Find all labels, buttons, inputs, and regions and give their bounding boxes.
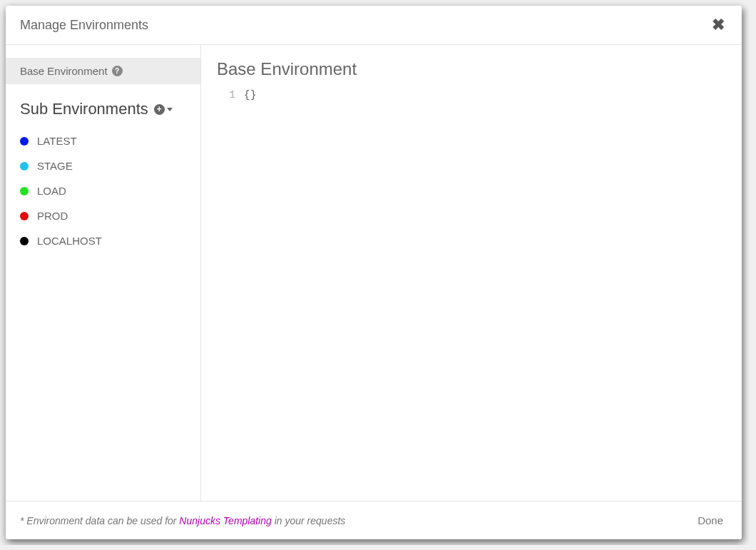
environment-label: LOAD	[37, 185, 66, 197]
manage-environments-modal: Manage Environments ✖ Base Environment ?…	[6, 6, 742, 539]
sub-environment-item[interactable]: LOAD	[6, 178, 200, 203]
plus-icon: +	[154, 104, 165, 115]
close-icon: ✖	[712, 16, 725, 34]
environment-color-dot	[20, 237, 29, 245]
environment-label: STAGE	[37, 160, 73, 172]
editor-content[interactable]: {}	[244, 89, 257, 101]
sub-environments-header: Sub Environments +	[6, 84, 200, 126]
close-button[interactable]: ✖	[709, 16, 727, 34]
main-panel: Base Environment 1 {}	[201, 45, 742, 501]
chevron-down-icon	[167, 108, 173, 111]
help-icon[interactable]: ?	[112, 66, 123, 76]
environment-color-dot	[20, 162, 29, 170]
templating-link[interactable]: Nunjucks Templating	[179, 515, 271, 526]
base-environment-label: Base Environment	[20, 65, 108, 77]
footer-note-prefix: * Environment data can be used for	[20, 515, 179, 526]
modal-header: Manage Environments ✖	[6, 6, 742, 45]
modal-footer: * Environment data can be used for Nunju…	[6, 501, 742, 539]
footer-note: * Environment data can be used for Nunju…	[20, 515, 345, 526]
sub-environment-item[interactable]: PROD	[6, 203, 200, 228]
sub-environments-list: LATEST STAGE LOAD PROD LOCALHOST	[6, 126, 200, 253]
sub-environment-item[interactable]: LATEST	[6, 128, 200, 153]
environment-label: LATEST	[37, 135, 77, 147]
environment-color-dot	[20, 137, 29, 146]
footer-note-suffix: in your requests	[272, 515, 346, 526]
environments-sidebar: Base Environment ? Sub Environments + LA…	[6, 45, 201, 501]
sub-environment-item[interactable]: LOCALHOST	[6, 228, 200, 253]
base-environment-item[interactable]: Base Environment ?	[6, 58, 200, 84]
sub-environments-title: Sub Environments	[20, 100, 148, 118]
environment-title: Base Environment	[217, 59, 726, 79]
modal-title: Manage Environments	[20, 18, 148, 33]
add-sub-environment-button[interactable]: +	[154, 104, 173, 115]
environment-label: PROD	[37, 210, 68, 222]
modal-body: Base Environment ? Sub Environments + LA…	[6, 45, 742, 501]
line-number: 1	[217, 89, 235, 101]
environment-label: LOCALHOST	[37, 235, 102, 247]
done-button[interactable]: Done	[693, 511, 727, 529]
sub-environment-item[interactable]: STAGE	[6, 153, 200, 178]
json-editor[interactable]: 1 {}	[217, 89, 726, 101]
environment-color-dot	[20, 187, 29, 195]
editor-gutter: 1	[217, 89, 244, 101]
environment-color-dot	[20, 212, 29, 220]
